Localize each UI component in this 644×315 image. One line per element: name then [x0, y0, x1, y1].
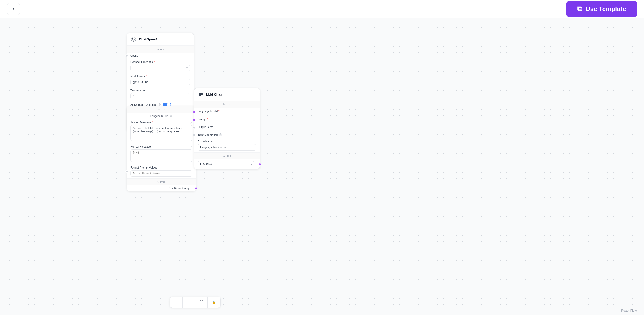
fullscreen-button[interactable]: ⛶: [195, 297, 208, 307]
language-model-connector: [193, 111, 195, 113]
svg-rect-3: [199, 95, 201, 96]
llm-chain-output-section: Output LLM Chain: [194, 152, 260, 169]
chat-prompt-output-value-row: ChatPromptTempl...: [127, 185, 196, 191]
output-parser-field: Output Parser: [194, 124, 260, 132]
format-prompt-values-input[interactable]: [130, 170, 192, 177]
model-name-label: Model Name *: [130, 75, 190, 78]
lock-button[interactable]: 🔒: [208, 297, 220, 307]
react-flow-watermark: React Flow: [621, 309, 637, 312]
model-name-select[interactable]: gpt-3.5-turbo: [130, 79, 190, 85]
llm-chain-output-select[interactable]: LLM Chain: [198, 161, 254, 167]
chat-prompt-output-connector: [195, 187, 197, 190]
llm-chain-node: LLM Chain Inputs Language Model * Prompt…: [194, 88, 260, 169]
human-message-field: Human Message * ⤢: [127, 143, 196, 164]
llm-chain-title: LLM Chain: [206, 93, 224, 96]
connect-credential-label: Connect Credential *: [130, 61, 190, 64]
chain-name-label: Chain Name: [198, 140, 256, 143]
llm-chain-output-connector: [258, 163, 261, 166]
prompt-field: Prompt *: [194, 116, 260, 124]
temperature-input[interactable]: [130, 93, 190, 99]
zoom-out-button[interactable]: −: [182, 297, 195, 307]
human-message-label: Human Message *: [130, 145, 153, 148]
zoom-in-button[interactable]: +: [170, 297, 182, 307]
input-moderation-row: Input Moderation ⓘ: [194, 132, 260, 138]
llm-chain-inputs-label: Inputs: [194, 101, 260, 108]
openai-icon: [130, 36, 137, 42]
system-message-label: System Message *: [130, 121, 153, 124]
human-message-textarea[interactable]: [130, 149, 192, 162]
prompt-label: Prompt *: [198, 118, 256, 121]
cache-label: Cache: [130, 54, 138, 57]
input-moderation-connector: [193, 134, 195, 136]
use-template-button[interactable]: ⧉ Use Template: [566, 1, 637, 17]
canvas-toolbar: + − ⛶ 🔒: [170, 296, 220, 308]
llm-chain-icon: [198, 91, 204, 97]
flow-canvas[interactable]: ChatOpenAI Inputs Cache Connect Credenti…: [0, 18, 644, 315]
svg-rect-1: [199, 93, 203, 94]
cache-row: Cache: [127, 53, 194, 59]
chat-openai-title: ChatOpenAI: [139, 37, 158, 41]
output-parser-connector: [193, 126, 195, 129]
language-model-label: Language Model *: [198, 110, 256, 113]
output-parser-label: Output Parser: [198, 126, 256, 129]
format-prompt-values-field: Format Prompt Values: [127, 164, 196, 178]
prompt-connector: [193, 119, 195, 121]
chat-openai-inputs-label: Inputs: [127, 46, 194, 53]
temperature-label: Temperature: [130, 89, 190, 92]
langchain-hub-row: Langchain Hub ✏: [127, 113, 196, 119]
connections-svg: [0, 18, 644, 315]
system-message-field: System Message * ⤢ You are a helpful ass…: [127, 119, 196, 143]
chat-prompt-inputs-label: Inputs: [127, 106, 196, 113]
llm-chain-output-field: LLM Chain: [194, 159, 260, 169]
chat-prompt-output-section: Output ChatPromptTempl...: [127, 178, 196, 191]
chat-openai-header: ChatOpenAI: [127, 33, 194, 46]
langchain-hub-label: Langchain Hub: [150, 115, 168, 118]
human-message-expand-icon[interactable]: ⤢: [190, 146, 192, 149]
template-icon: ⧉: [577, 5, 582, 13]
llm-chain-output-label: Output: [194, 153, 260, 159]
connect-credential-select[interactable]: [130, 65, 190, 71]
connect-credential-field: Connect Credential *: [127, 59, 194, 73]
format-prompt-connector: [126, 170, 128, 173]
use-template-label: Use Template: [586, 6, 626, 13]
llm-chain-header: LLM Chain: [194, 88, 260, 101]
header: ‹ ⧉ Use Template: [0, 0, 644, 18]
chat-prompt-output-label: Output: [127, 179, 196, 185]
input-moderation-info-icon[interactable]: ⓘ: [219, 133, 222, 137]
back-button[interactable]: ‹: [7, 3, 20, 15]
chat-prompt-output-chip: ChatPromptTempl...: [168, 187, 192, 190]
language-model-field: Language Model *: [194, 108, 260, 116]
system-message-textarea[interactable]: You are a helpful assistant that transla…: [130, 125, 192, 141]
model-name-field: Model Name * gpt-3.5-turbo: [127, 73, 194, 87]
svg-rect-2: [199, 94, 203, 95]
input-moderation-label: Input Moderation: [198, 133, 218, 137]
chat-prompt-template-node: Inputs Langchain Hub ✏ System Message * …: [126, 106, 196, 191]
chain-name-input[interactable]: [198, 144, 256, 151]
format-prompt-values-label: Format Prompt Values: [130, 166, 192, 169]
cache-connector: [126, 55, 128, 57]
system-message-expand-icon[interactable]: ⤢: [190, 121, 192, 125]
langchain-hub-edit-icon[interactable]: ✏: [170, 115, 172, 118]
temperature-field: Temperature: [127, 87, 194, 101]
chain-name-field: Chain Name: [194, 138, 260, 152]
